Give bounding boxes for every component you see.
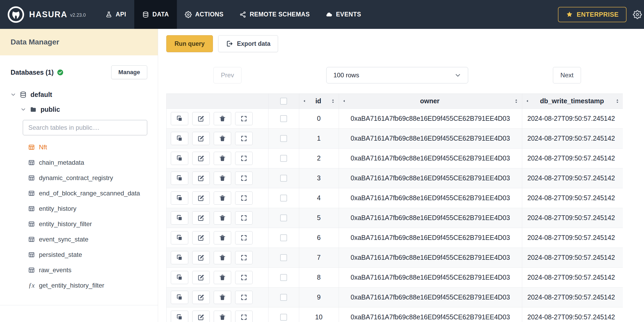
prev-page-button[interactable]: Prev xyxy=(213,67,241,83)
sidebar-table-Nft[interactable]: Nft xyxy=(28,140,147,155)
column-header-db_write_timestamp[interactable]: db_write_timestamp xyxy=(522,94,623,109)
row-checkbox[interactable] xyxy=(280,175,287,182)
copy-row-button[interactable] xyxy=(171,211,188,225)
table-name-label: entity_history xyxy=(39,205,76,212)
sidebar-table-entity_history[interactable]: entity_history xyxy=(28,201,147,216)
edit-row-button[interactable] xyxy=(192,172,210,185)
sort-icon[interactable] xyxy=(514,98,519,104)
copy-row-button[interactable] xyxy=(171,152,188,165)
nav-item-events[interactable]: EVENTS xyxy=(318,0,369,29)
table-list: Nftchain_metadatadynamic_contract_regist… xyxy=(28,140,147,293)
edit-row-button[interactable] xyxy=(192,291,210,304)
row-checkbox[interactable] xyxy=(280,214,287,221)
expand-row-button[interactable] xyxy=(235,311,253,322)
delete-row-button[interactable] xyxy=(214,152,231,165)
edit-row-button[interactable] xyxy=(192,211,210,225)
cell-owner: 0xaBA7161A7fb69c88e16ED9f455CE62B791EE4D… xyxy=(339,128,522,148)
copy-row-button[interactable] xyxy=(171,231,188,244)
next-page-button[interactable]: Next xyxy=(553,67,581,83)
expand-row-button[interactable] xyxy=(235,172,253,185)
chevron-down-icon[interactable] xyxy=(11,92,16,97)
tree-item-schema-public[interactable]: public xyxy=(21,102,147,117)
enterprise-button[interactable]: ENTERPRISE xyxy=(558,7,627,22)
run-query-button[interactable]: Run query xyxy=(166,35,213,52)
row-checkbox[interactable] xyxy=(280,274,287,281)
sort-icon[interactable] xyxy=(615,98,620,104)
row-checkbox[interactable] xyxy=(280,195,287,202)
sort-icon[interactable] xyxy=(330,98,336,104)
copy-row-button[interactable] xyxy=(171,271,188,284)
column-header-owner[interactable]: owner xyxy=(339,94,522,109)
expand-row-button[interactable] xyxy=(235,251,253,264)
nav-item-data[interactable]: DATA xyxy=(134,0,177,29)
nav-item-remote-schemas[interactable]: REMOTE SCHEMAS xyxy=(231,0,318,29)
expand-row-button[interactable] xyxy=(235,271,253,284)
expand-row-button[interactable] xyxy=(235,112,253,125)
edit-row-button[interactable] xyxy=(192,112,210,125)
delete-row-button[interactable] xyxy=(214,191,231,205)
expand-row-button[interactable] xyxy=(235,191,253,205)
select-all-checkbox[interactable] xyxy=(280,98,287,105)
row-checkbox[interactable] xyxy=(280,314,287,321)
delete-row-button[interactable] xyxy=(214,112,231,125)
sidebar-table-persisted_state[interactable]: persisted_state xyxy=(28,247,147,262)
tree-item-database-default[interactable]: default xyxy=(11,87,147,102)
column-header-id[interactable]: id xyxy=(299,94,339,109)
row-checkbox[interactable] xyxy=(280,135,287,142)
rows-per-page-select[interactable]: 100 rows xyxy=(326,67,468,83)
nav-item-actions[interactable]: ACTIONS xyxy=(177,0,231,29)
sidebar-table-event_sync_state[interactable]: event_sync_state xyxy=(28,232,147,247)
copy-row-button[interactable] xyxy=(171,112,188,125)
edit-row-button[interactable] xyxy=(192,231,210,244)
delete-row-button[interactable] xyxy=(214,251,231,264)
delete-row-button[interactable] xyxy=(214,132,231,145)
sidebar-function-get_entity_history_filter[interactable]: ƒxget_entity_history_filter xyxy=(28,278,147,293)
pagination-bar: Prev 100 rows Next xyxy=(166,67,623,83)
expand-row-button[interactable] xyxy=(235,231,253,244)
copy-row-button[interactable] xyxy=(171,132,188,145)
cell-db-write-timestamp: 2024-08-27T09:50:57.245142 xyxy=(522,188,623,208)
edit-row-button[interactable] xyxy=(192,191,210,205)
copy-row-button[interactable] xyxy=(171,191,188,205)
expand-row-button[interactable] xyxy=(235,291,253,304)
table-name-label: end_of_block_range_scanned_data xyxy=(39,190,140,197)
settings-gear-icon[interactable] xyxy=(633,10,642,19)
row-checkbox[interactable] xyxy=(280,234,287,241)
expand-row-button[interactable] xyxy=(235,132,253,145)
delete-row-button[interactable] xyxy=(214,271,231,284)
copy-row-button[interactable] xyxy=(171,311,188,322)
sidebar-title: Data Manager xyxy=(11,38,59,46)
chevron-down-icon[interactable] xyxy=(21,107,26,112)
cell-db-write-timestamp: 2024-08-27T09:50:57.245142 xyxy=(522,109,623,128)
delete-row-button[interactable] xyxy=(214,211,231,225)
delete-row-button[interactable] xyxy=(214,291,231,304)
sidebar-table-entity_history_filter[interactable]: entity_history_filter xyxy=(28,216,147,232)
copy-row-button[interactable] xyxy=(171,251,188,264)
hasura-brand[interactable]: HASURA v2.23.0 xyxy=(7,6,86,23)
sidebar-table-dynamic_contract_registry[interactable]: dynamic_contract_registry xyxy=(28,170,147,186)
delete-row-button[interactable] xyxy=(214,231,231,244)
edit-row-button[interactable] xyxy=(192,132,210,145)
sidebar-table-end_of_block_range_scanned_data[interactable]: end_of_block_range_scanned_data xyxy=(28,186,147,201)
edit-row-button[interactable] xyxy=(192,271,210,284)
row-checkbox[interactable] xyxy=(280,155,287,162)
sidebar-table-chain_metadata[interactable]: chain_metadata xyxy=(28,155,147,170)
edit-row-button[interactable] xyxy=(192,251,210,264)
expand-row-button[interactable] xyxy=(235,211,253,225)
table-row: 90xaBA7161A7fb69c88e16ED9f455CE62B791EE4… xyxy=(167,287,623,307)
row-checkbox[interactable] xyxy=(280,254,287,261)
row-checkbox[interactable] xyxy=(280,294,287,301)
table-search-input[interactable] xyxy=(23,120,147,135)
copy-row-button[interactable] xyxy=(171,291,188,304)
edit-row-button[interactable] xyxy=(192,311,210,322)
sidebar-table-raw_events[interactable]: raw_events xyxy=(28,262,147,278)
copy-row-button[interactable] xyxy=(171,172,188,185)
export-data-button[interactable]: Export data xyxy=(218,35,278,52)
delete-row-button[interactable] xyxy=(214,172,231,185)
expand-row-button[interactable] xyxy=(235,152,253,165)
delete-row-button[interactable] xyxy=(214,311,231,322)
nav-item-api[interactable]: API xyxy=(97,0,134,29)
manage-button[interactable]: Manage xyxy=(111,65,147,79)
row-checkbox[interactable] xyxy=(280,115,287,122)
edit-row-button[interactable] xyxy=(192,152,210,165)
